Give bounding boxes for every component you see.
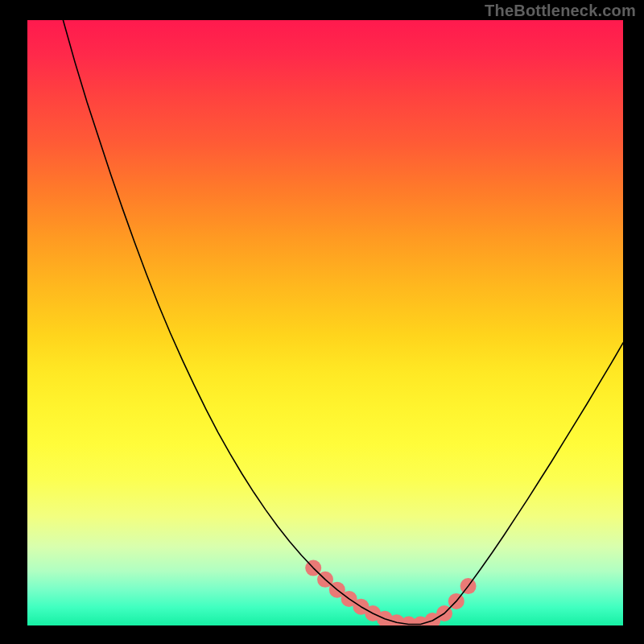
plot-area [27, 20, 623, 625]
hotspot-dots [305, 560, 476, 625]
curve-overlay [27, 20, 623, 625]
attribution-watermark: TheBottleneck.com [485, 2, 636, 20]
chart-frame: TheBottleneck.com [0, 0, 644, 644]
bottleneck-curve [63, 20, 623, 625]
